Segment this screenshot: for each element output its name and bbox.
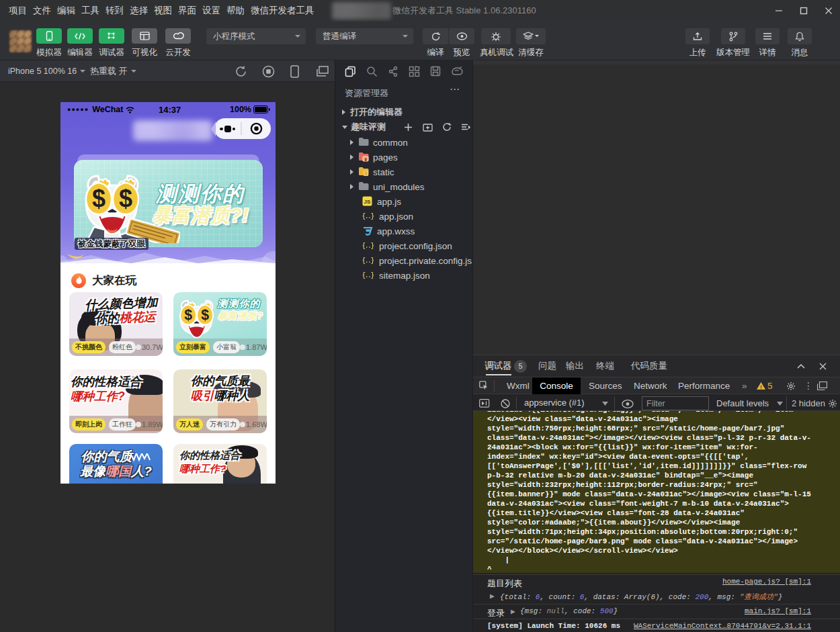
svg-text:JS: JS xyxy=(364,199,371,205)
svg-text:▮: ▮ xyxy=(364,157,366,162)
svg-text:$: $ xyxy=(119,185,132,212)
svg-text:!: ! xyxy=(760,384,762,390)
svg-text:$: $ xyxy=(184,307,192,323)
svg-text:$: $ xyxy=(92,185,106,212)
